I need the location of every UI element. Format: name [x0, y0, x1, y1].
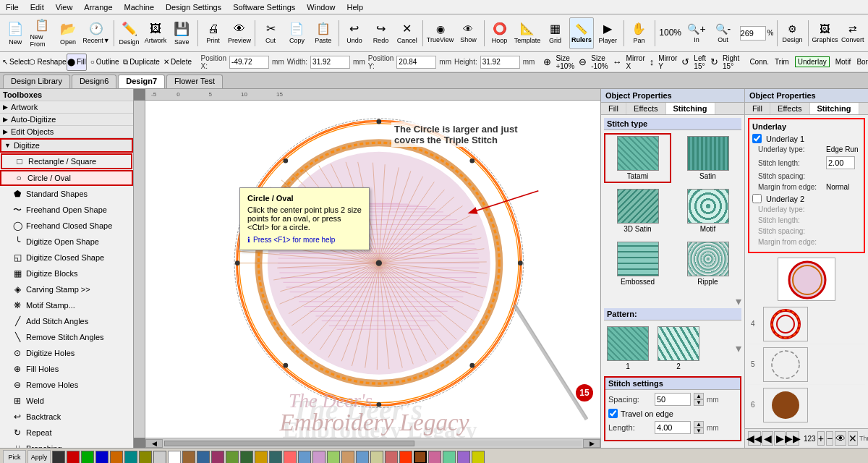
discard-obj-button[interactable]: ✕ [848, 431, 858, 446]
tool-backtrack[interactable]: ↩ Backtrack [0, 409, 133, 425]
nav-last-button[interactable]: ▶▶ [786, 431, 799, 446]
pattern-1[interactable]: 1 [604, 323, 652, 373]
section-auto-header[interactable]: ▶ Auto-Digitize [0, 114, 133, 125]
menu-machine[interactable]: Machine [122, 2, 158, 12]
zoom-input[interactable] [740, 26, 766, 41]
position-x-input[interactable] [229, 56, 269, 69]
color-swatch-6[interactable] [124, 451, 137, 464]
hoop-button[interactable]: ⭕ Hoop [487, 17, 511, 49]
tool-standard-shapes[interactable]: ⬟ Standard Shapes [0, 186, 133, 202]
travel-edge-checkbox[interactable] [608, 409, 618, 418]
horizontal-scrollbar[interactable]: ◀ ▶ [145, 438, 600, 448]
right-tab-fill[interactable]: Fill [745, 103, 770, 114]
tool-freehand-open[interactable]: 〜 Freehand Open Shape [0, 202, 133, 218]
position-y-input[interactable] [396, 56, 436, 69]
cancel-button[interactable]: ✕ Cancel [395, 17, 420, 49]
stitch-motif[interactable]: Motif [674, 186, 741, 236]
new-button[interactable]: 📄 New [3, 17, 27, 49]
zoom-in-button[interactable]: 🔍+ In [684, 17, 709, 49]
tool-rectangle[interactable]: □ Rectangle / Square [1, 153, 132, 169]
scroll-track[interactable] [164, 441, 582, 446]
underlay-button[interactable]: Underlay [795, 56, 830, 67]
stitch-satin[interactable]: Satin [674, 133, 741, 183]
color-swatch-28[interactable] [443, 451, 456, 464]
color-swatch-26[interactable] [414, 451, 427, 464]
color-swatch-22[interactable] [356, 451, 369, 464]
obj-row-5[interactable]: 5 [748, 344, 865, 385]
color-swatch-3[interactable] [81, 451, 94, 464]
scroll-thumb[interactable] [164, 441, 414, 446]
right-tab-stitching[interactable]: Stitching [810, 103, 859, 114]
hide-obj-button[interactable]: 👁 [835, 431, 846, 446]
stitch-ripple[interactable]: Ripple [674, 239, 741, 289]
tab-effects[interactable]: Effects [626, 103, 665, 114]
pan-button[interactable]: ✋ Pan [626, 17, 651, 49]
motif-button[interactable]: Motif [835, 58, 851, 66]
menu-software-settings[interactable]: Software Settings [230, 2, 298, 12]
zoom100-button[interactable]: 100% [658, 17, 682, 49]
tool-digitize-blocks[interactable]: ▦ Digitize Blocks [0, 266, 133, 281]
tool-circle[interactable]: ○ Circle / Oval [0, 170, 133, 186]
color-swatch-4[interactable] [95, 451, 109, 464]
tool-branching[interactable]: ⑂ Branching [0, 441, 133, 448]
color-swatch-27[interactable] [428, 451, 441, 464]
scroll-right-button[interactable]: ▶ [583, 439, 600, 448]
design-area[interactable]: The Deer's Embroidery Legacy [145, 101, 600, 438]
rotate-left15-button[interactable]: ↺ [681, 56, 689, 67]
tab-design7[interactable]: Design7 [118, 75, 165, 88]
reshape-tool-button[interactable]: ⬡Reshape [32, 54, 64, 71]
tab-flower-test[interactable]: Flower Test [166, 75, 223, 88]
stitch-tatami[interactable]: Tatami [604, 133, 671, 183]
length-input[interactable] [655, 421, 691, 434]
color-swatch-5[interactable] [110, 451, 123, 464]
color-swatch-29[interactable] [457, 451, 470, 464]
color-swatch-11[interactable] [197, 451, 210, 464]
rulers-button[interactable]: 📏 Rulers [569, 17, 594, 49]
color-swatch-9[interactable] [168, 451, 181, 464]
size-plus10-button[interactable]: ⊕ [543, 56, 551, 67]
color-swatch-10[interactable] [182, 451, 195, 464]
pick-button[interactable]: Pick [3, 450, 26, 464]
underlay1-checkbox[interactable] [752, 134, 762, 143]
tool-digitize-holes[interactable]: ⊙ Digitize Holes [0, 345, 133, 361]
design-button[interactable]: ✏️ Design [116, 17, 141, 49]
tool-digitize-open[interactable]: ╰ Digitize Open Shape [0, 234, 133, 250]
color-swatch-15[interactable] [255, 451, 268, 464]
preview-button[interactable]: 👁 Preview [227, 17, 252, 49]
color-swatch-30[interactable] [472, 451, 485, 464]
color-swatch-13[interactable] [226, 451, 239, 464]
template-button[interactable]: 📐 Template [514, 17, 542, 49]
menu-file[interactable]: File [3, 2, 22, 12]
stitch-3dsatin[interactable]: 3D Satin [604, 186, 671, 236]
color-swatch-23[interactable] [370, 451, 383, 464]
tool-motif-stamp[interactable]: ❋ Motif Stamp... [0, 297, 133, 313]
tab-stitching[interactable]: Stitching [666, 103, 715, 114]
grid-button[interactable]: ▦ Grid [542, 17, 567, 49]
outline-tool-button[interactable]: ○Outline [90, 54, 120, 71]
duplicate-tool-button[interactable]: ⧉Duplicate [123, 54, 161, 71]
section-edit-header[interactable]: ▶ Edit Objects [0, 126, 133, 137]
color-swatch-14[interactable] [240, 451, 253, 464]
color-swatch-8[interactable] [153, 451, 166, 464]
spacing-down-btn[interactable]: ▼ [694, 399, 704, 406]
tool-repeat[interactable]: ↻ Repeat [0, 425, 133, 441]
size-minus10-button[interactable]: ⊖ [579, 56, 587, 67]
height-input[interactable] [480, 56, 520, 69]
paste-button[interactable]: 📋 Paste [311, 17, 336, 49]
zoom-out-button[interactable]: 🔍- Out [710, 17, 735, 49]
length-up-btn[interactable]: ▲ [694, 421, 704, 428]
new-from-button[interactable]: 📋 New From [29, 17, 54, 49]
color-swatch-12[interactable] [211, 451, 224, 464]
menu-view[interactable]: View [53, 2, 76, 12]
pattern-scroll-more[interactable]: ▾ [736, 341, 741, 355]
color-swatch-2[interactable] [67, 451, 80, 464]
tool-freehand-closed[interactable]: ◯ Freehand Closed Shape [0, 218, 133, 234]
redo-button[interactable]: ↪ Redo [368, 17, 393, 49]
open-button[interactable]: 📂 Open [56, 17, 80, 49]
stitch-length-input[interactable] [826, 156, 855, 169]
color-swatch-21[interactable] [341, 451, 354, 464]
trueview-button[interactable]: ◉ TrueView [426, 17, 455, 49]
mirror-x-button[interactable]: ↔ [613, 56, 622, 67]
menu-edit[interactable]: Edit [27, 2, 47, 12]
delete-tool-button[interactable]: ✕Delete [163, 54, 192, 71]
